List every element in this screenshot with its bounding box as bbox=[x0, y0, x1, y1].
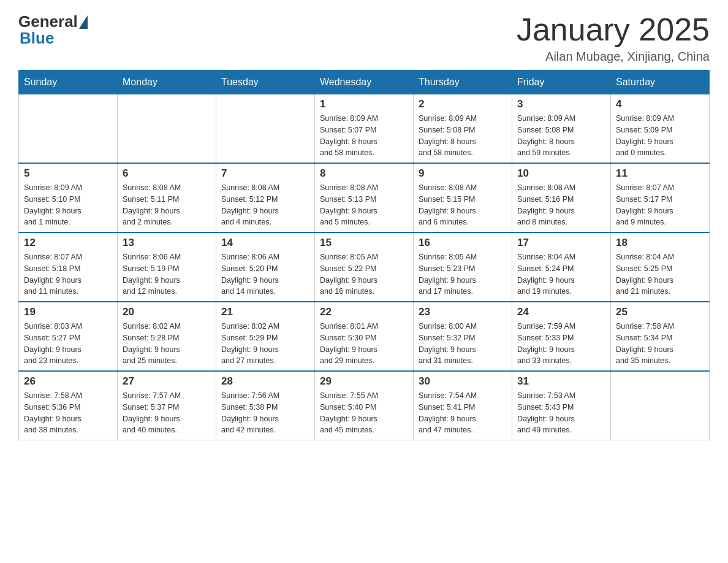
day-number: 13 bbox=[123, 237, 211, 249]
day-number: 5 bbox=[24, 167, 112, 180]
calendar-cell: 9Sunrise: 8:08 AM Sunset: 5:15 PM Daylig… bbox=[414, 163, 512, 232]
day-info: Sunrise: 7:55 AM Sunset: 5:40 PM Dayligh… bbox=[320, 390, 408, 436]
day-info: Sunrise: 8:09 AM Sunset: 5:08 PM Dayligh… bbox=[419, 113, 507, 159]
calendar-week-row: 12Sunrise: 8:07 AM Sunset: 5:18 PM Dayli… bbox=[19, 232, 710, 302]
day-number: 21 bbox=[221, 306, 309, 318]
calendar-week-row: 1Sunrise: 8:09 AM Sunset: 5:07 PM Daylig… bbox=[19, 94, 710, 164]
day-number: 19 bbox=[24, 306, 112, 318]
page-header: General Blue January 2025 Ailan Mubage, … bbox=[18, 12, 710, 64]
calendar-cell: 20Sunrise: 8:02 AM Sunset: 5:28 PM Dayli… bbox=[118, 302, 216, 371]
calendar-cell: 24Sunrise: 7:59 AM Sunset: 5:33 PM Dayli… bbox=[512, 302, 611, 371]
weekday-header-wednesday: Wednesday bbox=[315, 71, 414, 94]
day-info: Sunrise: 8:08 AM Sunset: 5:11 PM Dayligh… bbox=[123, 182, 211, 228]
day-number: 23 bbox=[419, 306, 507, 318]
calendar-cell: 8Sunrise: 8:08 AM Sunset: 5:13 PM Daylig… bbox=[315, 163, 414, 232]
calendar-cell: 21Sunrise: 8:02 AM Sunset: 5:29 PM Dayli… bbox=[216, 302, 315, 371]
day-number: 7 bbox=[221, 167, 309, 180]
weekday-header-monday: Monday bbox=[118, 71, 216, 94]
day-number: 20 bbox=[123, 306, 211, 318]
day-number: 17 bbox=[517, 237, 605, 249]
day-info: Sunrise: 8:02 AM Sunset: 5:29 PM Dayligh… bbox=[221, 321, 309, 367]
calendar-cell: 12Sunrise: 8:07 AM Sunset: 5:18 PM Dayli… bbox=[19, 232, 118, 302]
calendar-cell: 30Sunrise: 7:54 AM Sunset: 5:41 PM Dayli… bbox=[414, 371, 512, 440]
day-info: Sunrise: 7:56 AM Sunset: 5:38 PM Dayligh… bbox=[221, 390, 309, 436]
day-number: 30 bbox=[419, 375, 507, 388]
day-info: Sunrise: 7:59 AM Sunset: 5:33 PM Dayligh… bbox=[517, 321, 605, 367]
day-number: 4 bbox=[616, 98, 704, 110]
day-info: Sunrise: 8:08 AM Sunset: 5:16 PM Dayligh… bbox=[517, 182, 605, 228]
calendar-cell: 25Sunrise: 7:58 AM Sunset: 5:34 PM Dayli… bbox=[611, 302, 710, 371]
day-number: 26 bbox=[24, 375, 112, 388]
calendar-cell: 11Sunrise: 8:07 AM Sunset: 5:17 PM Dayli… bbox=[611, 163, 710, 232]
day-info: Sunrise: 8:08 AM Sunset: 5:13 PM Dayligh… bbox=[320, 182, 408, 228]
calendar-cell: 7Sunrise: 8:08 AM Sunset: 5:12 PM Daylig… bbox=[216, 163, 315, 232]
calendar-cell: 6Sunrise: 8:08 AM Sunset: 5:11 PM Daylig… bbox=[118, 163, 216, 232]
day-info: Sunrise: 8:08 AM Sunset: 5:15 PM Dayligh… bbox=[419, 182, 507, 228]
day-number: 6 bbox=[123, 167, 211, 180]
day-info: Sunrise: 8:05 AM Sunset: 5:23 PM Dayligh… bbox=[419, 251, 507, 297]
calendar-week-row: 19Sunrise: 8:03 AM Sunset: 5:27 PM Dayli… bbox=[19, 302, 710, 371]
day-info: Sunrise: 8:07 AM Sunset: 5:18 PM Dayligh… bbox=[24, 251, 112, 297]
calendar-cell: 17Sunrise: 8:04 AM Sunset: 5:24 PM Dayli… bbox=[512, 232, 611, 302]
day-number: 16 bbox=[419, 237, 507, 249]
logo-wordmark: General Blue bbox=[18, 12, 88, 48]
day-number: 3 bbox=[517, 98, 605, 110]
day-number: 2 bbox=[419, 98, 507, 110]
day-number: 9 bbox=[419, 167, 507, 180]
calendar-cell: 13Sunrise: 8:06 AM Sunset: 5:19 PM Dayli… bbox=[118, 232, 216, 302]
calendar-cell: 27Sunrise: 7:57 AM Sunset: 5:37 PM Dayli… bbox=[118, 371, 216, 440]
calendar-table: SundayMondayTuesdayWednesdayThursdayFrid… bbox=[18, 70, 710, 440]
day-number: 29 bbox=[320, 375, 408, 388]
calendar-cell: 2Sunrise: 8:09 AM Sunset: 5:08 PM Daylig… bbox=[414, 94, 512, 164]
day-info: Sunrise: 8:06 AM Sunset: 5:19 PM Dayligh… bbox=[123, 251, 211, 297]
day-info: Sunrise: 8:09 AM Sunset: 5:09 PM Dayligh… bbox=[616, 113, 704, 159]
calendar-cell bbox=[19, 94, 118, 164]
calendar-cell: 1Sunrise: 8:09 AM Sunset: 5:07 PM Daylig… bbox=[315, 94, 414, 164]
day-number: 11 bbox=[616, 167, 704, 180]
day-number: 18 bbox=[616, 237, 704, 249]
calendar-cell: 28Sunrise: 7:56 AM Sunset: 5:38 PM Dayli… bbox=[216, 371, 315, 440]
day-info: Sunrise: 8:02 AM Sunset: 5:28 PM Dayligh… bbox=[123, 321, 211, 367]
day-info: Sunrise: 8:04 AM Sunset: 5:24 PM Dayligh… bbox=[517, 251, 605, 297]
calendar-cell: 29Sunrise: 7:55 AM Sunset: 5:40 PM Dayli… bbox=[315, 371, 414, 440]
day-info: Sunrise: 7:57 AM Sunset: 5:37 PM Dayligh… bbox=[123, 390, 211, 436]
weekday-header-row: SundayMondayTuesdayWednesdayThursdayFrid… bbox=[19, 71, 710, 94]
weekday-header-thursday: Thursday bbox=[414, 71, 512, 94]
day-info: Sunrise: 8:09 AM Sunset: 5:08 PM Dayligh… bbox=[517, 113, 605, 159]
calendar-week-row: 26Sunrise: 7:58 AM Sunset: 5:36 PM Dayli… bbox=[19, 371, 710, 440]
calendar-cell: 5Sunrise: 8:09 AM Sunset: 5:10 PM Daylig… bbox=[19, 163, 118, 232]
day-info: Sunrise: 8:04 AM Sunset: 5:25 PM Dayligh… bbox=[616, 251, 704, 297]
calendar-cell: 3Sunrise: 8:09 AM Sunset: 5:08 PM Daylig… bbox=[512, 94, 611, 164]
calendar-cell: 4Sunrise: 8:09 AM Sunset: 5:09 PM Daylig… bbox=[611, 94, 710, 164]
day-number: 15 bbox=[320, 237, 408, 249]
weekday-header-saturday: Saturday bbox=[611, 71, 710, 94]
calendar-cell bbox=[611, 371, 710, 440]
calendar-cell: 16Sunrise: 8:05 AM Sunset: 5:23 PM Dayli… bbox=[414, 232, 512, 302]
day-info: Sunrise: 7:58 AM Sunset: 5:36 PM Dayligh… bbox=[24, 390, 112, 436]
weekday-header-tuesday: Tuesday bbox=[216, 71, 315, 94]
calendar-cell: 19Sunrise: 8:03 AM Sunset: 5:27 PM Dayli… bbox=[19, 302, 118, 371]
day-info: Sunrise: 8:01 AM Sunset: 5:30 PM Dayligh… bbox=[320, 321, 408, 367]
day-info: Sunrise: 8:08 AM Sunset: 5:12 PM Dayligh… bbox=[221, 182, 309, 228]
day-number: 10 bbox=[517, 167, 605, 180]
day-number: 1 bbox=[320, 98, 408, 110]
day-number: 27 bbox=[123, 375, 211, 388]
calendar-cell: 22Sunrise: 8:01 AM Sunset: 5:30 PM Dayli… bbox=[315, 302, 414, 371]
day-number: 25 bbox=[616, 306, 704, 318]
day-number: 14 bbox=[221, 237, 309, 249]
day-number: 22 bbox=[320, 306, 408, 318]
day-info: Sunrise: 7:54 AM Sunset: 5:41 PM Dayligh… bbox=[419, 390, 507, 436]
day-info: Sunrise: 8:00 AM Sunset: 5:32 PM Dayligh… bbox=[419, 321, 507, 367]
day-info: Sunrise: 7:58 AM Sunset: 5:34 PM Dayligh… bbox=[616, 321, 704, 367]
day-info: Sunrise: 8:09 AM Sunset: 5:10 PM Dayligh… bbox=[24, 182, 112, 228]
month-title: January 2025 bbox=[517, 12, 710, 47]
weekday-header-sunday: Sunday bbox=[19, 71, 118, 94]
logo: General Blue bbox=[18, 12, 88, 48]
day-info: Sunrise: 8:05 AM Sunset: 5:22 PM Dayligh… bbox=[320, 251, 408, 297]
calendar-week-row: 5Sunrise: 8:09 AM Sunset: 5:10 PM Daylig… bbox=[19, 163, 710, 232]
day-number: 31 bbox=[517, 375, 605, 388]
calendar-cell: 14Sunrise: 8:06 AM Sunset: 5:20 PM Dayli… bbox=[216, 232, 315, 302]
calendar-cell: 31Sunrise: 7:53 AM Sunset: 5:43 PM Dayli… bbox=[512, 371, 611, 440]
logo-blue-text: Blue bbox=[20, 29, 88, 48]
day-info: Sunrise: 8:06 AM Sunset: 5:20 PM Dayligh… bbox=[221, 251, 309, 297]
